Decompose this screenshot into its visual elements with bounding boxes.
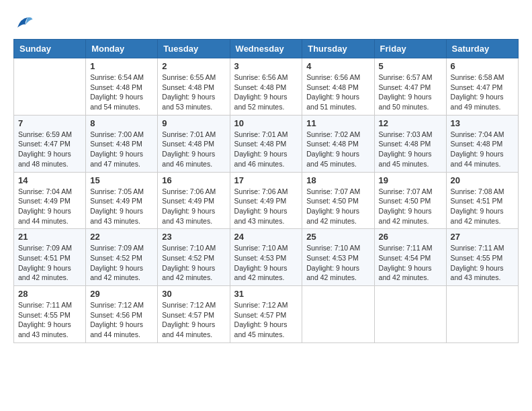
day-info: Sunrise: 7:11 AMSunset: 4:55 PMDaylight:… — [451, 243, 514, 283]
day-info: Sunrise: 7:08 AMSunset: 4:51 PMDaylight:… — [451, 187, 514, 226]
day-number: 24 — [234, 232, 298, 242]
calendar-cell: 15Sunrise: 7:05 AMSunset: 4:49 PMDayligh… — [86, 172, 158, 229]
day-number: 9 — [162, 118, 225, 128]
calendar-cell — [14, 58, 86, 116]
day-info: Sunrise: 7:03 AMSunset: 4:48 PMDaylight:… — [379, 130, 442, 169]
day-info: Sunrise: 7:00 AMSunset: 4:48 PMDaylight:… — [90, 130, 153, 169]
calendar-cell: 24Sunrise: 7:10 AMSunset: 4:53 PMDayligh… — [230, 229, 302, 286]
calendar-cell: 5Sunrise: 6:57 AMSunset: 4:47 PMDaylight… — [374, 58, 446, 116]
day-number: 4 — [306, 61, 369, 71]
day-info: Sunrise: 7:09 AMSunset: 4:52 PMDaylight:… — [90, 243, 153, 283]
weekday-header-friday: Friday — [374, 40, 446, 58]
calendar-cell: 10Sunrise: 7:01 AMSunset: 4:48 PMDayligh… — [230, 115, 302, 172]
calendar-week-row: 14Sunrise: 7:04 AMSunset: 4:49 PMDayligh… — [14, 172, 519, 229]
calendar-cell: 23Sunrise: 7:10 AMSunset: 4:52 PMDayligh… — [158, 229, 230, 286]
day-number: 1 — [90, 61, 153, 71]
day-info: Sunrise: 7:04 AMSunset: 4:48 PMDaylight:… — [451, 130, 514, 169]
weekday-header-sunday: Sunday — [14, 40, 86, 58]
calendar-header-row: SundayMondayTuesdayWednesdayThursdayFrid… — [14, 40, 519, 58]
day-number: 20 — [451, 175, 514, 185]
day-number: 5 — [379, 61, 442, 71]
day-number: 26 — [379, 232, 442, 242]
calendar-cell: 19Sunrise: 7:07 AMSunset: 4:50 PMDayligh… — [374, 172, 446, 229]
calendar-cell: 7Sunrise: 6:59 AMSunset: 4:47 PMDaylight… — [14, 115, 86, 172]
day-number: 31 — [234, 289, 298, 299]
calendar-cell: 2Sunrise: 6:55 AMSunset: 4:48 PMDaylight… — [158, 58, 230, 116]
calendar-cell: 21Sunrise: 7:09 AMSunset: 4:51 PMDayligh… — [14, 229, 86, 286]
day-info: Sunrise: 6:57 AMSunset: 4:47 PMDaylight:… — [379, 73, 442, 112]
calendar-cell: 28Sunrise: 7:11 AMSunset: 4:55 PMDayligh… — [14, 286, 86, 343]
calendar-cell: 17Sunrise: 7:06 AMSunset: 4:49 PMDayligh… — [230, 172, 302, 229]
day-number: 30 — [162, 289, 225, 299]
day-number: 11 — [306, 118, 369, 128]
calendar-week-row: 21Sunrise: 7:09 AMSunset: 4:51 PMDayligh… — [14, 229, 519, 286]
day-info: Sunrise: 6:59 AMSunset: 4:47 PMDaylight:… — [18, 130, 81, 169]
day-number: 2 — [162, 61, 225, 71]
calendar-cell: 14Sunrise: 7:04 AMSunset: 4:49 PMDayligh… — [14, 172, 86, 229]
day-number: 7 — [18, 118, 81, 128]
day-number: 17 — [234, 175, 298, 185]
day-number: 19 — [379, 175, 442, 185]
calendar-cell: 4Sunrise: 6:56 AMSunset: 4:48 PMDaylight… — [302, 58, 374, 116]
calendar-cell: 6Sunrise: 6:58 AMSunset: 4:47 PMDaylight… — [446, 58, 518, 116]
calendar-cell: 18Sunrise: 7:07 AMSunset: 4:50 PMDayligh… — [302, 172, 374, 229]
calendar-cell: 22Sunrise: 7:09 AMSunset: 4:52 PMDayligh… — [86, 229, 158, 286]
day-info: Sunrise: 7:09 AMSunset: 4:51 PMDaylight:… — [18, 243, 81, 283]
day-number: 16 — [162, 175, 225, 185]
logo — [13, 13, 36, 34]
day-info: Sunrise: 7:12 AMSunset: 4:57 PMDaylight:… — [234, 300, 298, 340]
day-number: 29 — [90, 289, 153, 299]
calendar-cell — [446, 286, 518, 343]
calendar-cell: 12Sunrise: 7:03 AMSunset: 4:48 PMDayligh… — [374, 115, 446, 172]
day-info: Sunrise: 7:06 AMSunset: 4:49 PMDaylight:… — [162, 187, 225, 226]
calendar-table: SundayMondayTuesdayWednesdayThursdayFrid… — [13, 39, 519, 343]
day-info: Sunrise: 7:05 AMSunset: 4:49 PMDaylight:… — [90, 187, 153, 226]
calendar-cell: 11Sunrise: 7:02 AMSunset: 4:48 PMDayligh… — [302, 115, 374, 172]
calendar-cell: 9Sunrise: 7:01 AMSunset: 4:48 PMDaylight… — [158, 115, 230, 172]
calendar-cell: 31Sunrise: 7:12 AMSunset: 4:57 PMDayligh… — [230, 286, 302, 343]
day-info: Sunrise: 7:01 AMSunset: 4:48 PMDaylight:… — [234, 130, 298, 169]
weekday-header-monday: Monday — [86, 40, 158, 58]
calendar-cell: 25Sunrise: 7:10 AMSunset: 4:53 PMDayligh… — [302, 229, 374, 286]
day-info: Sunrise: 7:02 AMSunset: 4:48 PMDaylight:… — [306, 130, 369, 169]
day-info: Sunrise: 6:56 AMSunset: 4:48 PMDaylight:… — [306, 73, 369, 112]
day-number: 23 — [162, 232, 225, 242]
day-number: 12 — [379, 118, 442, 128]
calendar-cell — [374, 286, 446, 343]
day-number: 10 — [234, 118, 298, 128]
day-info: Sunrise: 6:55 AMSunset: 4:48 PMDaylight:… — [162, 73, 225, 112]
day-info: Sunrise: 7:10 AMSunset: 4:53 PMDaylight:… — [234, 243, 298, 283]
day-number: 6 — [451, 61, 514, 71]
calendar-cell: 3Sunrise: 6:56 AMSunset: 4:48 PMDaylight… — [230, 58, 302, 116]
day-info: Sunrise: 6:56 AMSunset: 4:48 PMDaylight:… — [234, 73, 298, 112]
day-info: Sunrise: 7:06 AMSunset: 4:49 PMDaylight:… — [234, 187, 298, 226]
weekday-header-wednesday: Wednesday — [230, 40, 302, 58]
day-info: Sunrise: 7:10 AMSunset: 4:53 PMDaylight:… — [306, 243, 369, 283]
calendar-cell: 16Sunrise: 7:06 AMSunset: 4:49 PMDayligh… — [158, 172, 230, 229]
day-number: 13 — [451, 118, 514, 128]
weekday-header-tuesday: Tuesday — [158, 40, 230, 58]
calendar-cell: 20Sunrise: 7:08 AMSunset: 4:51 PMDayligh… — [446, 172, 518, 229]
day-info: Sunrise: 6:54 AMSunset: 4:48 PMDaylight:… — [90, 73, 153, 112]
day-info: Sunrise: 7:01 AMSunset: 4:48 PMDaylight:… — [162, 130, 225, 169]
calendar-week-row: 28Sunrise: 7:11 AMSunset: 4:55 PMDayligh… — [14, 286, 519, 343]
day-info: Sunrise: 7:04 AMSunset: 4:49 PMDaylight:… — [18, 187, 81, 226]
calendar-cell: 30Sunrise: 7:12 AMSunset: 4:57 PMDayligh… — [158, 286, 230, 343]
weekday-header-thursday: Thursday — [302, 40, 374, 58]
day-info: Sunrise: 7:11 AMSunset: 4:55 PMDaylight:… — [18, 300, 81, 340]
calendar-cell: 13Sunrise: 7:04 AMSunset: 4:48 PMDayligh… — [446, 115, 518, 172]
calendar-cell — [302, 286, 374, 343]
calendar-cell: 27Sunrise: 7:11 AMSunset: 4:55 PMDayligh… — [446, 229, 518, 286]
day-number: 18 — [306, 175, 369, 185]
day-number: 3 — [234, 61, 298, 71]
day-number: 15 — [90, 175, 153, 185]
weekday-header-saturday: Saturday — [446, 40, 518, 58]
day-info: Sunrise: 7:07 AMSunset: 4:50 PMDaylight:… — [306, 187, 369, 226]
calendar-cell: 29Sunrise: 7:12 AMSunset: 4:56 PMDayligh… — [86, 286, 158, 343]
day-number: 22 — [90, 232, 153, 242]
day-number: 25 — [306, 232, 369, 242]
day-number: 8 — [90, 118, 153, 128]
day-number: 28 — [18, 289, 81, 299]
day-info: Sunrise: 7:10 AMSunset: 4:52 PMDaylight:… — [162, 243, 225, 283]
day-number: 21 — [18, 232, 81, 242]
